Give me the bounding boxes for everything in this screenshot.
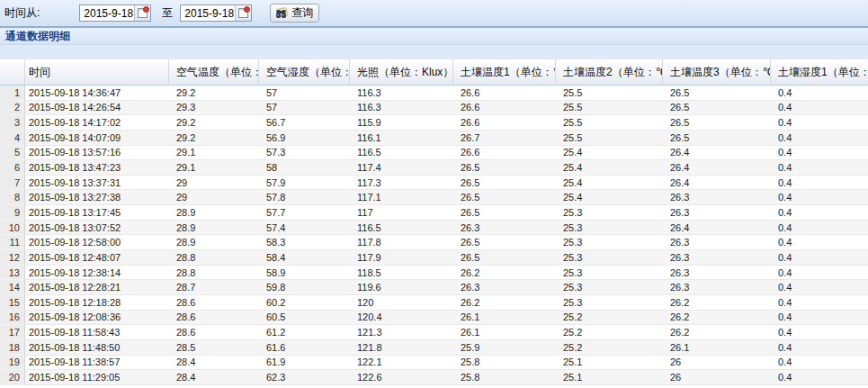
- to-label: 至: [162, 5, 173, 21]
- row-number-cell: 20: [0, 370, 25, 385]
- header-light[interactable]: 光照（单位：Klux）: [350, 59, 453, 86]
- row-number-cell: 17: [0, 325, 25, 340]
- data-cell: 0.4: [771, 311, 868, 326]
- data-cell: 26.2: [663, 311, 771, 326]
- data-cell: 25.3: [556, 266, 663, 281]
- header-air-temperature[interactable]: 空气温度（单位：℃）: [169, 59, 259, 86]
- data-cell: 29.3: [169, 101, 259, 116]
- data-cell: 121.3: [350, 325, 453, 340]
- data-cell: 25.2: [556, 325, 663, 340]
- data-cell: 29: [169, 190, 259, 205]
- data-cell: 26.5: [453, 250, 556, 266]
- data-cell: 2015-09-18 11:38:57: [25, 356, 169, 371]
- query-button[interactable]: 查询: [270, 4, 319, 23]
- data-cell: 57.3: [259, 146, 350, 161]
- data-cell: 0.4: [771, 176, 868, 191]
- data-cell: 57.4: [259, 221, 350, 236]
- table-row[interactable]: 132015-09-18 12:38:1428.858.9118.526.225…: [0, 266, 868, 281]
- data-cell: 25.4: [556, 146, 663, 161]
- data-cell: 25.9: [453, 340, 556, 356]
- table-row[interactable]: 12015-09-18 14:36:4729.257116.326.625.52…: [0, 86, 868, 101]
- data-cell: 25.3: [556, 221, 663, 236]
- header-soil-humidity-1[interactable]: 土壤湿度1（单位：%）: [771, 59, 868, 86]
- data-cell: 26.5: [453, 190, 556, 205]
- data-cell: 29.2: [169, 86, 259, 101]
- table-row[interactable]: 32015-09-18 14:17:0229.256.7115.926.625.…: [0, 115, 868, 131]
- table-row[interactable]: 152015-09-18 12:18:2828.660.212026.225.3…: [0, 295, 868, 311]
- data-cell: 28.5: [169, 340, 259, 356]
- date-to-input[interactable]: [181, 5, 235, 21]
- table-row[interactable]: 102015-09-18 13:07:5228.957.4116.526.325…: [0, 221, 868, 236]
- row-number-cell: 13: [0, 266, 25, 281]
- data-cell: 116.5: [350, 221, 453, 236]
- header-time[interactable]: 时间: [25, 59, 169, 86]
- table-row[interactable]: 202015-09-18 11:29:0528.462.3122.625.825…: [0, 370, 868, 385]
- date-to-field[interactable]: [180, 5, 252, 22]
- data-cell: 26.6: [453, 115, 556, 131]
- data-cell: 2015-09-18 14:07:09: [25, 131, 169, 146]
- data-cell: 2015-09-18 13:07:52: [25, 221, 169, 236]
- data-cell: 26.2: [453, 266, 556, 281]
- data-cell: 26.5: [663, 131, 771, 146]
- data-cell: 26.5: [663, 86, 771, 101]
- header-air-humidity[interactable]: 空气湿度（单位：%）: [259, 59, 350, 86]
- header-soil-temperature-3[interactable]: 土壤温度3（单位：℃）: [663, 59, 771, 86]
- data-cell: 25.4: [556, 160, 663, 176]
- binoculars-search-icon: [274, 6, 289, 20]
- header-soil-temperature-2[interactable]: 土壤温度2（单位：℃）: [556, 59, 663, 86]
- data-cell: 26.3: [663, 190, 771, 205]
- row-number-cell: 2: [0, 101, 25, 116]
- data-cell: 26.5: [453, 176, 556, 191]
- date-to-picker-trigger[interactable]: [235, 5, 251, 21]
- data-cell: 29.2: [169, 115, 259, 131]
- data-cell: 117: [350, 205, 453, 221]
- data-cell: 26.6: [453, 101, 556, 116]
- data-cell: 26.1: [663, 340, 771, 356]
- data-cell: 2015-09-18 13:47:23: [25, 160, 169, 176]
- data-cell: 25.3: [556, 205, 663, 221]
- query-button-label: 查询: [291, 5, 313, 21]
- data-cell: 121.8: [350, 340, 453, 356]
- table-row[interactable]: 192015-09-18 11:38:5728.461.9122.125.825…: [0, 356, 868, 371]
- panel-substrip: [0, 45, 868, 59]
- data-cell: 2015-09-18 11:48:50: [25, 340, 169, 356]
- data-cell: 60.5: [259, 311, 350, 326]
- data-cell: 0.4: [771, 160, 868, 176]
- date-from-picker-trigger[interactable]: [134, 5, 150, 21]
- calendar-icon: [138, 8, 148, 18]
- data-cell: 26.3: [453, 280, 556, 295]
- date-from-input[interactable]: [80, 5, 134, 21]
- header-soil-temperature-1[interactable]: 土壤温度1（单位：℃）: [453, 59, 556, 86]
- data-cell: 28.8: [169, 266, 259, 281]
- table-row[interactable]: 142015-09-18 12:28:2128.759.8119.626.325…: [0, 280, 868, 295]
- data-cell: 25.2: [556, 311, 663, 326]
- table-row[interactable]: 92015-09-18 13:17:4528.957.711726.525.32…: [0, 205, 868, 221]
- data-cell: 25.5: [556, 131, 663, 146]
- table-row[interactable]: 52015-09-18 13:57:1629.157.3116.526.625.…: [0, 146, 868, 161]
- data-cell: 2015-09-18 12:28:21: [25, 280, 169, 295]
- table-row[interactable]: 22015-09-18 14:26:5429.357116.326.625.52…: [0, 101, 868, 116]
- data-cell: 119.6: [350, 280, 453, 295]
- data-cell: 26.3: [663, 250, 771, 266]
- data-cell: 26: [663, 370, 771, 385]
- row-number-cell: 11: [0, 235, 25, 250]
- table-row[interactable]: 162015-09-18 12:08:3628.660.5120.426.125…: [0, 311, 868, 326]
- data-cell: 25.3: [556, 235, 663, 250]
- data-cell: 122.1: [350, 356, 453, 371]
- table-row[interactable]: 122015-09-18 12:48:0728.858.4117.926.525…: [0, 250, 868, 266]
- table-row[interactable]: 42015-09-18 14:07:0929.256.9116.126.725.…: [0, 131, 868, 146]
- data-cell: 25.3: [556, 250, 663, 266]
- date-from-field[interactable]: [79, 5, 151, 22]
- data-cell: 2015-09-18 11:29:05: [25, 370, 169, 385]
- calendar-icon: [238, 8, 248, 18]
- data-cell: 26.4: [663, 221, 771, 236]
- table-row[interactable]: 172015-09-18 11:58:4328.661.2121.326.125…: [0, 325, 868, 340]
- data-cell: 2015-09-18 13:17:45: [25, 205, 169, 221]
- table-row[interactable]: 182015-09-18 11:48:5028.561.6121.825.925…: [0, 340, 868, 356]
- data-cell: 116.1: [350, 131, 453, 146]
- data-cell: 26.5: [453, 235, 556, 250]
- table-row[interactable]: 72015-09-18 13:37:312957.9117.326.525.42…: [0, 176, 868, 191]
- table-row[interactable]: 62015-09-18 13:47:2329.158117.426.525.42…: [0, 160, 868, 176]
- table-row[interactable]: 82015-09-18 13:27:382957.8117.126.525.42…: [0, 190, 868, 205]
- table-row[interactable]: 112015-09-18 12:58:0028.958.3117.826.525…: [0, 235, 868, 250]
